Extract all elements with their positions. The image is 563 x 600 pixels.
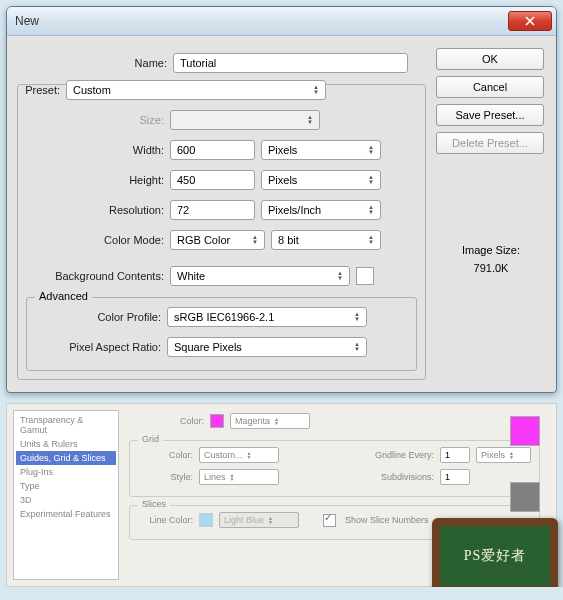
colorbits-value: 8 bit <box>278 234 299 246</box>
bg-color-swatch[interactable] <box>356 267 374 285</box>
pixelaspect-label: Pixel Aspect Ratio: <box>35 341 161 353</box>
pixelaspect-select[interactable]: Square Pixels <box>167 337 367 357</box>
slices-color-swatch-icon <box>199 513 213 527</box>
width-unit-select[interactable]: Pixels <box>261 140 381 160</box>
ok-button[interactable]: OK <box>436 48 544 70</box>
subdiv-input[interactable] <box>440 469 470 485</box>
cancel-button[interactable]: Cancel <box>436 76 544 98</box>
height-unit-value: Pixels <box>268 174 297 186</box>
width-unit-value: Pixels <box>268 144 297 156</box>
sidebar-item-3d[interactable]: 3D <box>16 493 116 507</box>
image-size-value: 791.0K <box>436 262 546 274</box>
preset-select[interactable]: Custom <box>66 80 326 100</box>
prefs-panel: Transparency & Gamut Units & Rulers Guid… <box>6 403 557 587</box>
subdiv-label: Subdivisions: <box>381 472 434 482</box>
sidebar-item-units[interactable]: Units & Rulers <box>16 437 116 451</box>
gridline-label: Gridline Every: <box>375 450 434 460</box>
updown-icon <box>368 235 374 245</box>
width-input[interactable] <box>170 140 255 160</box>
advanced-group: Advanced Color Profile: sRGB IEC61966-2.… <box>26 297 417 371</box>
height-unit-select[interactable]: Pixels <box>261 170 381 190</box>
gridline-unit-value: Pixels <box>481 450 505 460</box>
pixelaspect-value: Square Pixels <box>174 341 242 353</box>
form-column: Name: Preset: Custom Size: <box>17 48 426 380</box>
grid-color-select[interactable]: Custom... <box>199 447 279 463</box>
sidebar-item-type[interactable]: Type <box>16 479 116 493</box>
resolution-unit-select[interactable]: Pixels/Inch <box>261 200 381 220</box>
preset-label: Preset: <box>20 84 60 96</box>
name-input[interactable] <box>173 53 408 73</box>
bgcontents-label: Background Contents: <box>26 270 164 282</box>
resolution-input[interactable] <box>170 200 255 220</box>
grid-style-value: Lines <box>204 472 226 482</box>
sidebar-item-transparency[interactable]: Transparency & Gamut <box>16 413 116 437</box>
close-icon <box>525 16 535 26</box>
colormode-label: Color Mode: <box>26 234 164 246</box>
name-label: Name: <box>17 57 167 69</box>
guides-color-swatch-icon <box>210 414 224 428</box>
save-preset-button[interactable]: Save Preset... <box>436 104 544 126</box>
button-column: OK Cancel Save Preset... Delete Preset..… <box>436 48 546 380</box>
slices-linecolor-label: Line Color: <box>138 515 193 525</box>
new-dialog: New Name: Preset: Custom Size: <box>6 6 557 393</box>
height-label: Height: <box>26 174 164 186</box>
grid-title: Grid <box>138 434 163 444</box>
guides-color-label: Color: <box>149 416 204 426</box>
updown-icon <box>368 175 374 185</box>
colormode-value: RGB Color <box>177 234 230 246</box>
sidebar-item-guides[interactable]: Guides, Grid & Slices <box>16 451 116 465</box>
height-input[interactable] <box>170 170 255 190</box>
advanced-legend: Advanced <box>35 290 92 302</box>
gridline-unit-select[interactable]: Pixels <box>476 447 531 463</box>
updown-icon <box>230 473 235 481</box>
resolution-unit-value: Pixels/Inch <box>268 204 321 216</box>
delete-preset-button: Delete Preset... <box>436 132 544 154</box>
slices-linecolor-select: Light Blue <box>219 512 299 528</box>
prefs-sidebar: Transparency & Gamut Units & Rulers Guid… <box>13 410 119 580</box>
colormode-select[interactable]: RGB Color <box>170 230 265 250</box>
updown-icon <box>252 235 258 245</box>
slices-linecolor-value: Light Blue <box>224 515 264 525</box>
grid-color-preview[interactable] <box>510 482 540 512</box>
guides-color-preview[interactable] <box>510 416 540 446</box>
image-size-label: Image Size: <box>436 244 546 256</box>
size-label: Size: <box>26 114 164 126</box>
dialog-body: Name: Preset: Custom Size: <box>7 36 556 392</box>
updown-icon <box>368 205 374 215</box>
updown-icon <box>368 145 374 155</box>
sidebar-item-experimental[interactable]: Experimental Features <box>16 507 116 521</box>
updown-icon <box>313 85 319 95</box>
gridline-input[interactable] <box>440 447 470 463</box>
colorbits-select[interactable]: 8 bit <box>271 230 381 250</box>
updown-icon <box>307 115 313 125</box>
grid-style-select[interactable]: Lines <box>199 469 279 485</box>
slices-title: Slices <box>138 499 170 509</box>
close-button[interactable] <box>508 11 552 31</box>
guides-color-value: Magenta <box>235 416 270 426</box>
colorprofile-value: sRGB IEC61966-2.1 <box>174 311 274 323</box>
show-slice-label: Show Slice Numbers <box>345 515 429 525</box>
watermark-chalkboard: PS爱好者 <box>432 518 558 587</box>
resolution-label: Resolution: <box>26 204 164 216</box>
chalkboard-text: PS爱好者 <box>464 547 527 565</box>
grid-color-label: Color: <box>138 450 193 460</box>
updown-icon <box>337 271 343 281</box>
grid-group: Grid Color: Custom... Gridline Every: Pi… <box>129 440 540 497</box>
colorprofile-select[interactable]: sRGB IEC61966-2.1 <box>167 307 367 327</box>
size-select <box>170 110 320 130</box>
titlebar: New <box>7 7 556 36</box>
bgcontents-select[interactable]: White <box>170 266 350 286</box>
guides-color-select[interactable]: Magenta <box>230 413 310 429</box>
updown-icon <box>509 451 514 459</box>
show-slice-checkbox[interactable] <box>323 514 336 527</box>
updown-icon <box>268 516 273 524</box>
sidebar-item-plugins[interactable]: Plug-Ins <box>16 465 116 479</box>
bgcontents-value: White <box>177 270 205 282</box>
preset-value: Custom <box>73 84 111 96</box>
updown-icon <box>354 312 360 322</box>
image-size-block: Image Size: 791.0K <box>436 244 546 274</box>
grid-color-value: Custom... <box>204 450 243 460</box>
dialog-title: New <box>15 14 508 28</box>
updown-icon <box>247 451 252 459</box>
grid-style-label: Style: <box>138 472 193 482</box>
